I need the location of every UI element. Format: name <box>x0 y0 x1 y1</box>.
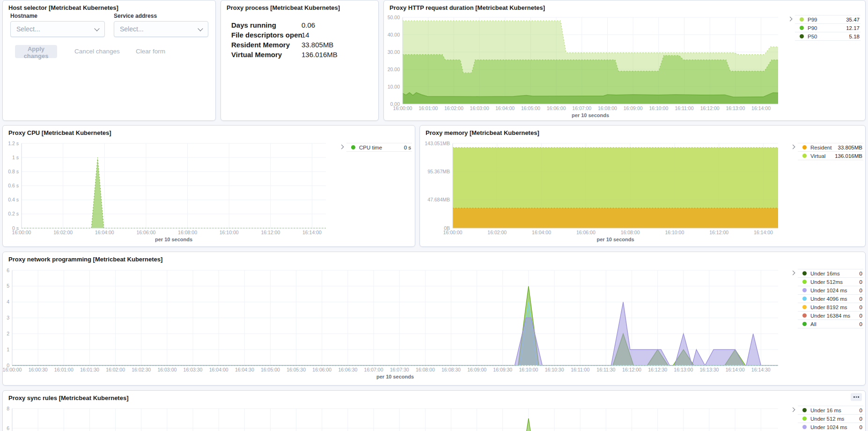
legend-item[interactable]: P9935.47 <box>795 15 861 24</box>
svg-text:16:14:00: 16:14:00 <box>754 230 773 235</box>
legend-item[interactable]: P505.18 <box>795 32 861 41</box>
legend-label: Virtual <box>810 153 825 159</box>
svg-text:16:08:30: 16:08:30 <box>441 367 461 372</box>
svg-text:0.2 s: 0.2 s <box>8 211 19 216</box>
legend-item[interactable]: Under 1024 ms0 <box>798 286 863 295</box>
hostname-placeholder: Select... <box>16 25 95 33</box>
series-color-dot <box>802 288 807 292</box>
svg-text:16:10:00: 16:10:00 <box>649 105 668 111</box>
series-color-dot <box>802 297 807 301</box>
legend-label: P99 <box>808 17 817 22</box>
svg-text:per 10 seconds: per 10 seconds <box>376 374 414 379</box>
svg-text:16:13:00: 16:13:00 <box>674 367 693 372</box>
metric-row: Virtual Memory136.016MB <box>231 50 372 59</box>
svg-text:0.4 s: 0.4 s <box>8 197 19 202</box>
svg-text:16:03:00: 16:03:00 <box>470 105 489 111</box>
legend-item[interactable]: Resident33.805MB <box>798 143 863 152</box>
chevron-right-icon[interactable] <box>339 145 344 149</box>
svg-text:16:13:00: 16:13:00 <box>726 105 745 111</box>
svg-text:16:04:00: 16:04:00 <box>95 230 114 235</box>
svg-text:0.8 s: 0.8 s <box>8 169 19 174</box>
legend-item[interactable]: Under 8192 ms0 <box>798 303 863 312</box>
svg-text:16:10:00: 16:10:00 <box>220 230 239 235</box>
svg-text:30.00: 30.00 <box>388 49 400 55</box>
metric-value: 0.06 <box>302 21 315 29</box>
svg-text:47.684MB: 47.684MB <box>427 197 450 202</box>
svg-text:0.00: 0.00 <box>390 101 400 107</box>
legend-label: P90 <box>808 25 817 31</box>
service-address-select[interactable]: Select... <box>114 21 208 37</box>
legend-value: 0 <box>860 408 863 413</box>
svg-text:0: 0 <box>7 363 9 368</box>
legend-item[interactable]: CPU time0 s <box>346 143 412 152</box>
chevron-right-icon[interactable] <box>791 271 795 275</box>
series-color-dot <box>800 34 804 38</box>
svg-text:1 s: 1 s <box>12 155 19 160</box>
chevron-right-icon[interactable] <box>788 17 793 22</box>
legend-value: 0 <box>860 279 863 285</box>
series-color-dot <box>802 280 807 284</box>
legend-label: Under 16384 ms <box>810 313 850 319</box>
svg-text:16:00:00: 16:00:00 <box>3 367 22 372</box>
legend-item[interactable]: Under 512ms0 <box>798 278 863 286</box>
legend-label: Under 16ms <box>810 271 840 276</box>
chevron-down-icon <box>198 26 203 31</box>
legend-item[interactable]: Under 1024 ms0 <box>798 423 863 431</box>
legend-item[interactable]: Under 16ms0 <box>798 269 863 278</box>
svg-text:16:05:00: 16:05:00 <box>261 367 280 372</box>
apply-changes-button[interactable]: Apply changes <box>15 45 57 58</box>
series-color-dot <box>802 416 807 421</box>
legend-label: CPU time <box>359 145 382 150</box>
svg-text:0B: 0B <box>444 225 450 231</box>
legend-label: P50 <box>808 34 817 39</box>
svg-text:16:06:00: 16:06:00 <box>576 230 596 235</box>
series-color-dot <box>800 17 804 22</box>
sync-rules-chart[interactable]: 86per 10 seconds <box>3 391 865 431</box>
metric-row: File descriptors open14 <box>231 30 372 40</box>
legend-item[interactable]: P9012.17 <box>795 24 861 32</box>
svg-text:16:05:00: 16:05:00 <box>521 105 540 111</box>
metric-row: Days running0.06 <box>231 20 372 30</box>
legend-label: Under 8192 ms <box>810 305 847 310</box>
svg-text:16:10:00: 16:10:00 <box>519 367 538 372</box>
svg-text:16:02:00: 16:02:00 <box>106 367 125 372</box>
svg-text:16:01:00: 16:01:00 <box>419 105 438 111</box>
svg-text:16:02:30: 16:02:30 <box>132 367 151 372</box>
series-color-dot <box>351 145 355 149</box>
svg-text:16:04:00: 16:04:00 <box>209 367 228 372</box>
legend-item[interactable]: Under 512 ms0 <box>798 415 863 423</box>
svg-text:16:08:00: 16:08:00 <box>416 367 435 372</box>
legend-value: 0 <box>860 305 863 310</box>
legend-value: 0 <box>860 296 863 302</box>
svg-text:16:10:00: 16:10:00 <box>665 230 684 235</box>
legend-item[interactable]: Virtual136.016MB <box>798 152 863 160</box>
svg-text:16:07:00: 16:07:00 <box>572 105 591 111</box>
legend-item[interactable]: Under 16384 ms0 <box>798 312 863 320</box>
legend-item[interactable]: Under 4096 ms0 <box>798 295 863 303</box>
cancel-changes-button[interactable]: Cancel changes <box>74 48 120 55</box>
svg-text:0.6 s: 0.6 s <box>8 183 19 188</box>
sync-legend: Under 16 ms0Under 512 ms0Under 1024 ms0 <box>791 406 863 431</box>
legend-label: Under 4096 ms <box>810 296 847 302</box>
chevron-right-icon[interactable] <box>791 145 795 149</box>
svg-text:16:02:00: 16:02:00 <box>53 230 73 235</box>
network-legend: Under 16ms0Under 512ms0Under 1024 ms0Und… <box>791 269 863 328</box>
hostname-select[interactable]: Select... <box>10 21 105 37</box>
svg-text:16:11:00: 16:11:00 <box>571 367 589 372</box>
svg-text:16:06:00: 16:06:00 <box>547 105 566 111</box>
service-address-label: Service address <box>114 13 157 19</box>
legend-item[interactable]: All0 <box>798 320 863 328</box>
svg-text:6: 6 <box>7 425 9 431</box>
series-color-dot <box>802 425 807 429</box>
svg-text:10.00: 10.00 <box>388 84 400 89</box>
metric-label: Resident Memory <box>231 41 302 49</box>
svg-text:16:00:30: 16:00:30 <box>29 367 48 372</box>
svg-text:5: 5 <box>7 283 9 289</box>
panel-proxy-network-programming: Proxy network programming [Metricbeat Ku… <box>2 252 866 386</box>
chevron-right-icon[interactable] <box>791 408 795 412</box>
clear-form-button[interactable]: Clear form <box>136 48 165 55</box>
network-programming-chart[interactable]: 16:00:0016:00:3016:01:0016:01:3016:02:00… <box>3 252 865 385</box>
legend-item[interactable]: Under 16 ms0 <box>798 406 863 415</box>
svg-text:4: 4 <box>7 299 9 305</box>
memory-legend: Resident33.805MBVirtual136.016MB <box>791 143 863 160</box>
